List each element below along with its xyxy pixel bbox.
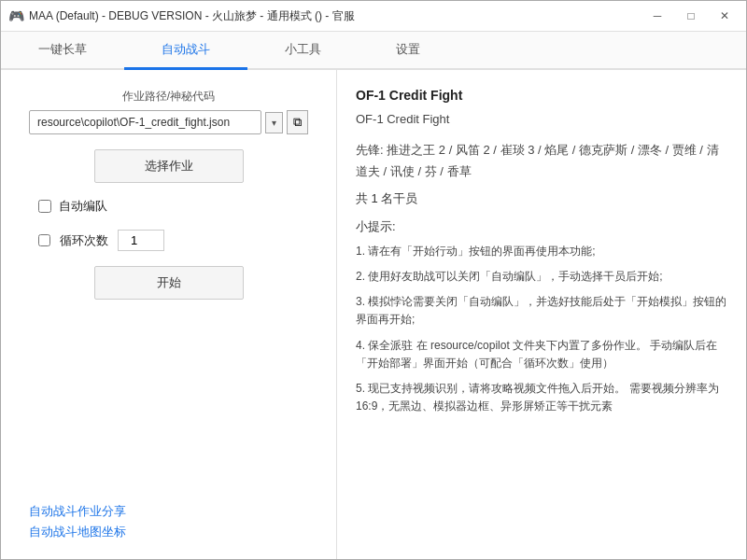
auto-team-checkbox[interactable] xyxy=(38,200,51,213)
tab-auto[interactable]: 自动战斗 xyxy=(124,32,247,70)
close-button[interactable]: ✕ xyxy=(711,7,739,25)
minimize-button[interactable]: ─ xyxy=(643,7,671,25)
hint-title: 小提示: xyxy=(356,217,727,237)
map-link[interactable]: 自动战斗地图坐标 xyxy=(29,524,308,540)
select-job-button[interactable]: 选择作业 xyxy=(94,149,244,183)
auto-team-row: 自动编队 xyxy=(38,198,308,215)
op-title-main: OF-1 Credit Fight xyxy=(356,85,727,107)
loop-checkbox[interactable] xyxy=(38,234,50,246)
auto-team-label: 自动编队 xyxy=(59,198,107,215)
copy-button[interactable]: ⧉ xyxy=(287,110,308,134)
tab-tools[interactable]: 小工具 xyxy=(247,32,359,70)
loop-count-row: 循环次数 xyxy=(38,230,308,251)
left-panel: 作业路径/神秘代码 resource\copilot\OF-1_credit_f… xyxy=(1,70,337,559)
content-area: 作业路径/神秘代码 resource\copilot\OF-1_credit_f… xyxy=(1,70,746,559)
field-label-section: 作业路径/神秘代码 resource\copilot\OF-1_credit_f… xyxy=(29,89,308,134)
window-controls: ─ □ ✕ xyxy=(643,7,739,25)
tab-bar: 一键长草 自动战斗 小工具 设置 xyxy=(1,32,746,70)
title-bar: 🎮 MAA (Default) - DEBUG VERSION - 火山旅梦 -… xyxy=(1,1,746,32)
hint-item-5: 5. 现已支持视频识别，请将攻略视频文件拖入后开始。 需要视频分辨率为 16:9… xyxy=(356,380,727,415)
op-count: 共 1 名干员 xyxy=(356,189,727,209)
hint-item-4: 4. 保全派驻 在 resource/copilot 文件夹下内置了多份作业。 … xyxy=(356,337,727,372)
right-panel: OF-1 Credit Fight OF-1 Credit Fight 先锋: … xyxy=(337,70,746,559)
start-button[interactable]: 开始 xyxy=(94,266,244,300)
file-input-row: resource\copilot\OF-1_credit_fight.json … xyxy=(29,110,308,134)
hint-item-1: 1. 请在有「开始行动」按钮的界面再使用本功能; xyxy=(356,243,727,260)
window-title: MAA (Default) - DEBUG VERSION - 火山旅梦 - 通… xyxy=(29,8,643,24)
loop-label: 循环次数 xyxy=(60,232,108,249)
tab-settings[interactable]: 设置 xyxy=(359,32,458,70)
copy-icon: ⧉ xyxy=(293,115,302,130)
tab-yijian[interactable]: 一键长草 xyxy=(1,32,124,70)
file-path-input[interactable]: resource\copilot\OF-1_credit_fight.json xyxy=(29,110,261,134)
main-window: 🎮 MAA (Default) - DEBUG VERSION - 火山旅梦 -… xyxy=(0,0,747,560)
op-operators: 先锋: 推进之王 2 / 风笛 2 / 崔琰 3 / 焰尾 / 德克萨斯 / 漂… xyxy=(356,139,727,183)
op-title-sub: OF-1 Credit Fight xyxy=(356,109,727,130)
maximize-button[interactable]: □ xyxy=(677,7,705,25)
app-icon: 🎮 xyxy=(8,8,23,23)
loop-number-input[interactable] xyxy=(118,230,164,251)
share-link[interactable]: 自动战斗作业分享 xyxy=(29,503,308,520)
hint-item-3: 3. 模拟悖论需要关闭「自动编队」，并选好技能后处于「开始模拟」按钮的界面再开始… xyxy=(356,293,727,329)
dropdown-button[interactable]: ▾ xyxy=(265,112,283,133)
link-section: 自动战斗作业分享 自动战斗地图坐标 xyxy=(29,503,308,540)
hint-item-2: 2. 使用好友助战可以关闭「自动编队」，手动选择干员后开始; xyxy=(356,268,727,286)
field-label: 作业路径/神秘代码 xyxy=(29,89,308,105)
